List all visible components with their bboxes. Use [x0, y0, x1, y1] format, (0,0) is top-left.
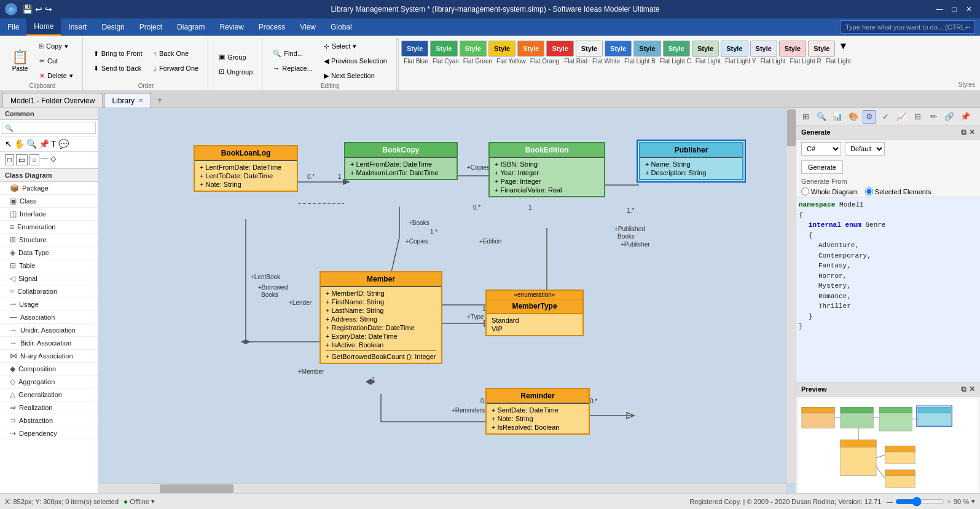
rect-tool[interactable]: □: [5, 154, 14, 165]
next-selection-btn[interactable]: ▶ Next Selection: [319, 69, 391, 82]
search-box[interactable]: [840, 18, 975, 36]
class-bookedition[interactable]: BookEdition + ISBN: String + Year: Integ…: [488, 142, 605, 197]
style-btn-12[interactable]: Style: [750, 41, 777, 57]
minimize-btn[interactable]: —: [933, 3, 946, 15]
canvas-hscroll-thumb[interactable]: [160, 484, 233, 493]
sidebar-item-package[interactable]: 📦 Package: [0, 182, 98, 195]
sidebar-item-usage[interactable]: ⤍ Usage: [0, 298, 98, 311]
delete-btn[interactable]: ✕ Delete ▾: [35, 69, 77, 82]
replace-btn[interactable]: ↔ Replace...: [269, 61, 317, 75]
delete-dropdown-icon[interactable]: ▾: [69, 72, 73, 80]
paste-btn[interactable]: 📋 Paste: [7, 42, 33, 79]
copy-dropdown-icon[interactable]: ▾: [65, 42, 68, 50]
save-quick-btn[interactable]: 💾: [22, 4, 33, 14]
add-tab-btn[interactable]: +: [152, 93, 167, 108]
menu-home[interactable]: Home: [26, 18, 61, 36]
class-membertype[interactable]: «enumeration» MemberType Standard VIP: [485, 290, 584, 336]
sidebar-item-generalization[interactable]: △ Generalization: [0, 389, 98, 401]
whole-diagram-radio[interactable]: [801, 187, 809, 195]
menu-diagram[interactable]: Diagram: [170, 18, 212, 36]
forward-one-btn[interactable]: ↓ Forward One: [149, 61, 203, 75]
rp-format-btn[interactable]: 🎨: [847, 110, 860, 124]
send-to-back-btn[interactable]: ⬇ Send to Back: [89, 61, 147, 75]
text-tool[interactable]: T: [51, 139, 57, 149]
sidebar-item-realization[interactable]: ⇒ Realization: [0, 401, 98, 414]
gen-panel-close-icon[interactable]: ✕: [969, 128, 975, 136]
bring-to-front-btn[interactable]: ⬆ Bring to Front: [89, 47, 147, 60]
cursor-tool[interactable]: ↖: [5, 139, 12, 149]
whole-diagram-option[interactable]: Whole Diagram: [801, 187, 858, 195]
tab-library-close[interactable]: ✕: [138, 97, 143, 104]
canvas-hscrollbar[interactable]: [98, 483, 786, 493]
zoom-dropdown[interactable]: ▾: [971, 497, 975, 505]
maximize-btn[interactable]: □: [948, 3, 960, 15]
tab-model1[interactable]: Model1 - Folder Overview: [2, 93, 103, 108]
zoom-tool[interactable]: 🔍: [26, 139, 37, 149]
line-tool[interactable]: —: [41, 154, 49, 165]
gen-panel-float-icon[interactable]: ⧉: [961, 128, 966, 136]
offline-dropdown[interactable]: ▾: [151, 497, 155, 505]
selected-elements-radio[interactable]: [865, 187, 873, 195]
redo-quick-btn[interactable]: ↪: [45, 4, 52, 14]
style-btn-2[interactable]: Style: [460, 41, 487, 57]
canvas-vscroll-thumb[interactable]: [787, 109, 796, 146]
style-btn-13[interactable]: Style: [779, 41, 806, 57]
copy-btn[interactable]: ⎘ Copy ▾: [35, 39, 77, 53]
rp-explorer-btn[interactable]: 🔍: [815, 110, 828, 124]
class-member[interactable]: Member + MemberID: String + FirstName: S…: [319, 271, 442, 364]
group-btn[interactable]: ▣ Group: [214, 50, 257, 64]
styles-scroll-down[interactable]: ▼: [838, 41, 848, 57]
diamond-tool[interactable]: ◇: [50, 154, 56, 165]
style-btn-1[interactable]: Style: [430, 41, 457, 57]
preview-close-icon[interactable]: ✕: [969, 385, 975, 393]
sidebar-item-table[interactable]: ⊟ Table: [0, 259, 98, 272]
style-btn-4[interactable]: Style: [517, 41, 544, 57]
preview-float-icon[interactable]: ⧉: [961, 385, 966, 393]
zoom-out-btn[interactable]: —: [886, 498, 893, 505]
zoom-slider[interactable]: [895, 497, 944, 507]
canvas-area[interactable]: +Books 0..* +Copies 0..* 0.* 1 0.* 1 +Ed…: [98, 108, 796, 493]
menu-view[interactable]: View: [292, 18, 323, 36]
ungroup-btn[interactable]: ⊡ Ungroup: [214, 65, 257, 79]
sidebar-item-datatype[interactable]: ◈ Data Type: [0, 247, 98, 259]
sidebar-item-unidir-assoc[interactable]: → Unidir. Association: [0, 324, 98, 337]
rp-table-btn[interactable]: ⊟: [911, 110, 924, 124]
sidebar-search-input[interactable]: [2, 122, 96, 134]
search-input[interactable]: [840, 20, 975, 34]
sidebar-item-abstraction[interactable]: ⊃ Abstraction: [0, 414, 98, 427]
style-btn-5[interactable]: Style: [546, 41, 573, 57]
rp-chart-btn[interactable]: 📈: [895, 110, 908, 124]
sidebar-item-composition[interactable]: ◆ Composition: [0, 363, 98, 376]
note-tool[interactable]: 📌: [39, 139, 49, 149]
rp-edit-btn[interactable]: ✏: [927, 110, 940, 124]
sidebar-item-nary-assoc[interactable]: ⋈ N-ary Association: [0, 350, 98, 363]
sidebar-item-aggregation[interactable]: ◇ Aggregation: [0, 376, 98, 389]
sidebar-item-enumeration[interactable]: ≡ Enumeration: [0, 221, 98, 234]
style-btn-6[interactable]: Style: [576, 41, 603, 57]
sidebar-item-interface[interactable]: ◫ Interface: [0, 208, 98, 221]
style-btn-14[interactable]: Style: [808, 41, 835, 57]
language-select[interactable]: C# Java Python: [801, 142, 841, 156]
rp-pin-btn[interactable]: 📌: [958, 110, 972, 124]
generate-execute-btn[interactable]: Generate: [801, 160, 843, 174]
rp-link-btn[interactable]: 🔗: [943, 110, 956, 124]
rp-generate-btn[interactable]: ⚙: [863, 110, 876, 124]
class-reminder[interactable]: Reminder + SentDate: DateTime + Note: St…: [485, 388, 590, 435]
rp-properties-btn[interactable]: ⊞: [799, 110, 812, 124]
previous-selection-btn[interactable]: ◀ Previous Selection: [319, 54, 391, 68]
menu-process[interactable]: Process: [251, 18, 292, 36]
menu-file[interactable]: File: [0, 18, 26, 36]
select-btn[interactable]: ⊹ Select ▾: [319, 39, 391, 53]
rounded-rect-tool[interactable]: ▭: [16, 154, 28, 165]
select-dropdown-icon[interactable]: ▾: [353, 42, 356, 50]
menu-project[interactable]: Project: [132, 18, 170, 36]
class-bookcopy[interactable]: BookCopy + LentFromDate: DateTime + Maxi…: [344, 142, 458, 180]
style-btn-0[interactable]: Style: [401, 41, 428, 57]
style-btn-7[interactable]: Style: [605, 41, 632, 57]
menu-review[interactable]: Review: [212, 18, 251, 36]
zoom-in-btn[interactable]: +: [947, 498, 951, 505]
class-publisher[interactable]: Publisher + Name: String + Description: …: [639, 142, 743, 180]
sidebar-item-structure[interactable]: ⊞ Structure: [0, 234, 98, 247]
rp-check-btn[interactable]: ✓: [879, 110, 892, 124]
style-btn-11[interactable]: Style: [721, 41, 748, 57]
